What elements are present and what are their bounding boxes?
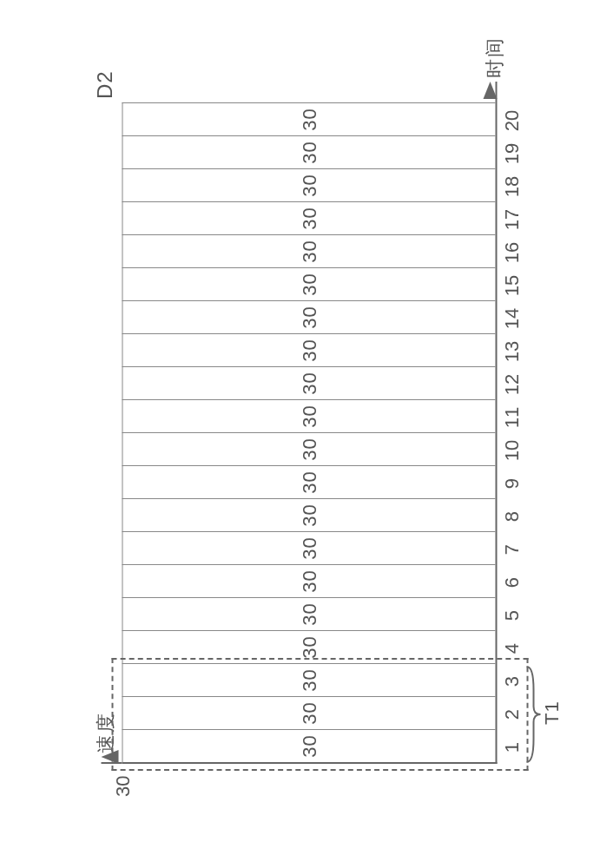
bar: 30 [122,102,495,135]
x-axis-label: 时间 [481,36,507,78]
x-axis-tick: 12 [500,368,523,401]
bar: 30 [122,135,495,168]
bar: 30 [122,531,495,564]
y-axis-arrow-icon [101,750,118,764]
x-axis-tick: 16 [500,236,523,269]
bar: 30 [122,234,495,267]
x-axis-tick: 19 [500,137,523,170]
bar: 30 [122,432,495,465]
bar: 30 [122,663,495,696]
bar: 30 [122,696,495,729]
bar: 30 [122,399,495,432]
y-axis-label: 速度 [92,712,118,753]
x-axis-ticks: 1234567891011121314151617181920 [500,104,523,764]
x-axis-tick: 7 [500,533,523,566]
x-axis-tick: 1 [500,731,523,764]
x-axis-tick: 20 [500,104,523,137]
bar: 30 [122,729,495,762]
x-axis-tick: 6 [500,566,523,599]
x-axis-tick: 14 [500,302,523,335]
bar-chart: 速度 30 3030303030303030303030303030303030… [122,104,495,764]
bars-area: 3030303030303030303030303030303030303030 [122,102,497,764]
x-axis-tick: 8 [500,500,523,533]
y-axis-tick: 30 [111,776,134,797]
x-axis-arrow-icon [483,82,497,99]
x-axis-tick: 3 [500,665,523,698]
x-axis-tick: 9 [500,467,523,500]
bar: 30 [122,630,495,663]
x-axis-tick: 11 [500,401,523,434]
bar: 30 [122,168,495,201]
x-axis-tick: 10 [500,434,523,467]
highlight-brace-icon [524,665,542,764]
x-axis-tick: 13 [500,335,523,368]
x-axis-tick: 18 [500,170,523,203]
bar: 30 [122,267,495,300]
x-axis-tick: 2 [500,698,523,731]
highlight-label: T1 [540,700,563,725]
x-axis-tick: 4 [500,632,523,665]
bar: 30 [122,465,495,498]
bar: 30 [122,498,495,531]
x-axis-tick: 15 [500,269,523,302]
bar: 30 [122,366,495,399]
x-axis-tick: 17 [500,203,523,236]
bar: 30 [122,201,495,234]
bar: 30 [122,333,495,366]
bar: 30 [122,564,495,597]
x-axis-tick: 5 [500,599,523,632]
bar: 30 [122,597,495,630]
series-label: D2 [92,70,116,99]
bar: 30 [122,300,495,333]
